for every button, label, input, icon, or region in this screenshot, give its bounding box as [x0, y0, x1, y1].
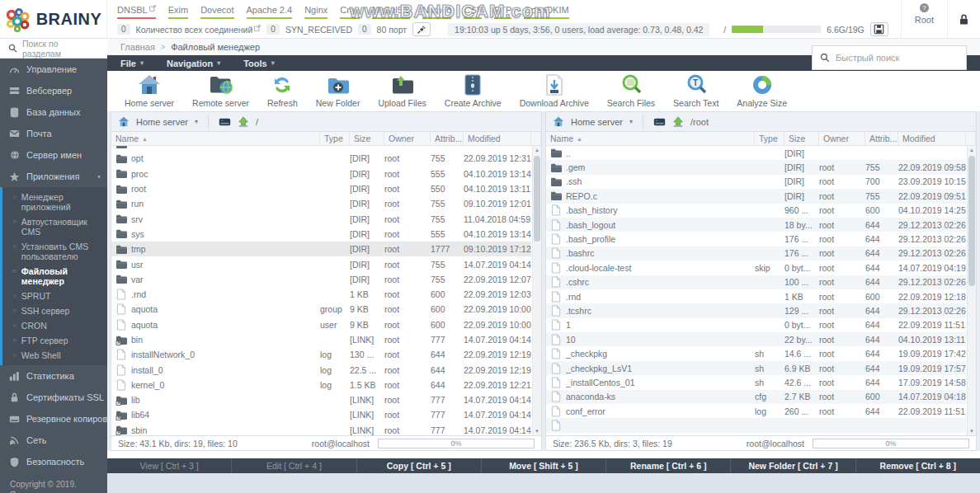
file-row[interactable]: .cloud-locale-testskip0 byt...root64414.…: [546, 261, 966, 275]
remove-function-button[interactable]: Remove [ Ctrl + 8 ]: [855, 458, 980, 473]
service-link-apache-2-4[interactable]: Apache 2.4: [247, 5, 293, 19]
service-link-dnsbl[interactable]: DNSBL: [117, 5, 156, 19]
sidebar-subitem-ssh-сервер[interactable]: ○SSH сервер: [2, 303, 107, 318]
file-row[interactable]: anaconda-kscfg2.7 KBroot60014.07.2019 04…: [546, 390, 966, 404]
file-row[interactable]: sbin[LINK]root77714.07.2019 04:14...: [111, 423, 531, 435]
column-header-size[interactable]: Size: [784, 132, 819, 145]
sidebar-item-почта[interactable]: Почта: [0, 123, 107, 144]
scrollbar-thumb[interactable]: [534, 156, 540, 242]
column-header-size[interactable]: Size: [350, 132, 384, 145]
edit-function-button[interactable]: Edit [ Ctrl + 4 ]: [231, 458, 356, 473]
file-row[interactable]: 1022 by...root64404.10.2019 13:11...: [546, 332, 966, 346]
file-row[interactable]: installNetwork_0log130 ...root64422.09.2…: [111, 347, 531, 362]
sidebar-item-резервное-копирование[interactable]: Резервное копирование: [0, 408, 107, 430]
view-function-button[interactable]: View [ Ctrl + 3 ]: [107, 458, 231, 473]
column-header-owner[interactable]: Owner: [819, 132, 865, 145]
scroll-down-icon[interactable]: ▼: [533, 429, 541, 434]
quick-search-input[interactable]: Быстрый поиск: [812, 45, 967, 70]
file-row[interactable]: root[DIR]root55004.10.2019 13:11...: [111, 181, 531, 196]
remote-server-button[interactable]: Remote server: [183, 74, 258, 108]
file-row[interactable]: kernel_0log1.5 KBroot64422.09.2019 12:21…: [111, 378, 531, 392]
file-row[interactable]: .rnd1 KBroot60022.09.2019 12:18...: [546, 289, 966, 303]
service-link-exim[interactable]: Exim: [168, 5, 188, 19]
column-header-name[interactable]: Name▲: [546, 132, 755, 145]
chevron-down-icon[interactable]: ▾: [195, 118, 198, 125]
breadcrumb-home[interactable]: Главная: [120, 42, 155, 52]
file-row[interactable]: conf_errorlog260 ...root64422.09.2019 11…: [546, 404, 966, 418]
sidebar-item-сервер-имен[interactable]: Сервер имен: [0, 144, 107, 166]
scroll-down-icon[interactable]: ▼: [968, 429, 976, 434]
sidebar-subitem-файловый-менеджер[interactable]: ○Файловый менеджер: [2, 264, 107, 289]
column-header-owner[interactable]: Owner: [384, 132, 431, 145]
sidebar-subitem-web-shell[interactable]: ○Web Shell: [2, 348, 107, 363]
file-row[interactable]: REPO.c[DIR]root75522.09.2019 09:51...: [546, 189, 966, 203]
service-link-csf[interactable]: CSF: [464, 5, 482, 19]
column-header-type[interactable]: Type: [320, 132, 350, 145]
sidebar-subitem-автоустановщик-cms[interactable]: ○Автоустановщик CMS: [2, 214, 107, 239]
upload-files-button[interactable]: Upload Files: [369, 75, 435, 108]
file-row[interactable]: tmp[DIR]root177709.10.2019 17:12...: [111, 242, 531, 256]
up-directory-button[interactable]: [238, 116, 249, 127]
file-row[interactable]: sys[DIR]root55504.10.2019 13:14...: [111, 227, 531, 242]
pane-scrollbar[interactable]: ▲▼: [967, 146, 976, 435]
file-row[interactable]: lib[LINK]root77714.07.2019 04:14...: [111, 392, 531, 407]
file-row[interactable]: usr[DIR]root75514.07.2019 04:14...: [111, 256, 531, 271]
lock-icon[interactable]: [948, 13, 980, 26]
column-header-modified[interactable]: Modified: [898, 132, 966, 145]
scroll-up-icon[interactable]: ▲: [968, 148, 976, 153]
file-row[interactable]: .gem[DIR]root75522.09.2019 09:58...: [546, 160, 966, 174]
server-selector[interactable]: Home server: [136, 117, 188, 127]
disk-select-button[interactable]: [653, 117, 666, 127]
file-row[interactable]: _checkpkg_LsV1sh6.9 KBroot64419.09.2019 …: [546, 361, 966, 375]
file-row[interactable]: var[DIR]root75522.09.2019 12:07...: [111, 272, 531, 287]
file-row[interactable]: .bash_history960 ...root60004.10.2019 14…: [546, 204, 966, 218]
column-header-type[interactable]: Type: [755, 132, 784, 145]
copy-function-button[interactable]: Copy [ Ctrl + 5 ]: [356, 458, 481, 473]
file-row[interactable]: aquotagroup9 KBroot60022.09.2019 10:00..…: [111, 302, 531, 317]
service-link-ftp[interactable]: FTP: [494, 5, 511, 19]
download-archive-button[interactable]: Download Archive: [511, 74, 598, 108]
service-link-opendkim[interactable]: OpenDKIM: [524, 5, 568, 19]
menu-file[interactable]: File▾: [120, 59, 155, 68]
scroll-up-icon[interactable]: ▲: [533, 148, 541, 153]
disk-select-button[interactable]: [219, 117, 231, 127]
service-link-named[interactable]: Named: [422, 5, 451, 19]
service-link-nginx[interactable]: Nginx: [304, 5, 327, 19]
search-text-button[interactable]: TSearch Text: [664, 74, 728, 108]
sidebar-item-статистика[interactable]: Статистика: [0, 365, 107, 387]
file-row[interactable]: proc[DIR]root55504.10.2019 13:14...: [111, 167, 531, 181]
sidebar-subitem-sprut[interactable]: ○SPRUT: [2, 289, 107, 303]
file-row[interactable]: opt[DIR]root75522.09.2019 12:31...: [111, 151, 531, 166]
file-row[interactable]: run[DIR]root75509.10.2019 12:01...: [111, 196, 531, 211]
file-row[interactable]: _installCentos_01sh42.6 ...root64417.09.…: [546, 375, 966, 389]
sidebar-item-вебсервер[interactable]: Вебсервер: [0, 80, 107, 101]
service-link-cron[interactable]: Cron: [340, 5, 360, 19]
sidebar-subitem-установить-cms-пользователю[interactable]: ○Установить CMS пользователю: [2, 239, 107, 264]
sidebar-item-управление[interactable]: Управление: [0, 59, 107, 80]
file-row[interactable]: install_0log22.5 ...root64422.09.2019 12…: [111, 362, 531, 377]
rename-function-button[interactable]: Rename [ Ctrl + 6 ]: [605, 458, 730, 473]
new-function-button[interactable]: New Folder [ Ctrl + 7 ]: [730, 458, 855, 473]
home-server-button[interactable]: Home server: [115, 74, 183, 108]
sidebar-item-приложения[interactable]: Приложения▾: [0, 166, 107, 187]
connections-button[interactable]: [412, 22, 431, 36]
pane-scrollbar[interactable]: ▲▼: [532, 146, 541, 435]
user-menu[interactable]: Root: [902, 15, 947, 25]
file-row[interactable]: [546, 418, 966, 432]
file-row[interactable]: lib64[LINK]root77714.07.2019 04:14...: [111, 407, 531, 422]
new-folder-button[interactable]: New Folder: [307, 75, 370, 108]
brainy-logo[interactable]: BRAINY: [0, 0, 107, 39]
file-row[interactable]: .bash_logout18 by...root64429.12.2013 02…: [546, 218, 966, 232]
file-row[interactable]: 10 byt...root64422.09.2019 11:51...: [546, 318, 966, 332]
move-function-button[interactable]: Move [ Shift + 5 ]: [481, 458, 605, 473]
file-row[interactable]: .tcshrc129 ...root64429.12.2013 02:26...: [546, 303, 966, 317]
sidebar-item-сеть[interactable]: Сеть: [0, 430, 107, 451]
sidebar-item-безопасность[interactable]: Безопасность: [0, 451, 107, 472]
column-header-attrib[interactable]: Attrib...: [865, 132, 898, 145]
file-row[interactable]: srv[DIR]root75511.04.2018 04:59...: [111, 211, 531, 226]
chevron-down-icon[interactable]: ▾: [629, 118, 633, 125]
menu-navigation[interactable]: Navigation▾: [167, 59, 232, 68]
up-directory-button[interactable]: [672, 116, 684, 127]
column-header-name[interactable]: Name▲: [111, 132, 320, 145]
analyze-size-button[interactable]: Analyze Size: [728, 74, 796, 108]
